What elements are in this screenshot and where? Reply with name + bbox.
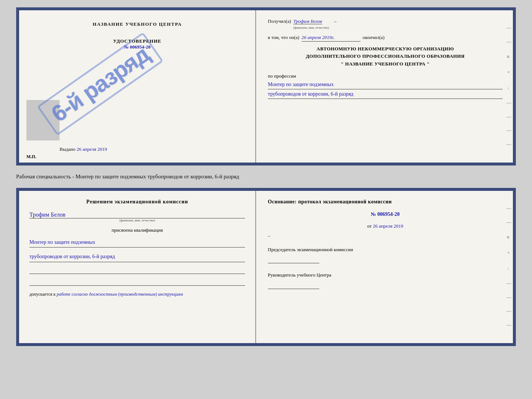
- profession-block: по профессии Монтер по защите подземных …: [268, 73, 503, 99]
- bottom-right-panel: Основание: протокол экзаменационной коми…: [256, 191, 513, 343]
- cert-right-panel: Получил(а) Трофим Белов (фамилия, имя, о…: [256, 10, 513, 163]
- edge-char-a: а: [506, 71, 511, 73]
- vydano-label: Выдано: [60, 146, 75, 152]
- chairman-sig-line: [268, 254, 319, 263]
- right-edge-decoration: И а ←: [505, 10, 513, 163]
- допуск-value: работе согласно должностным (производств…: [57, 292, 183, 297]
- okonchil-label: окончил(а): [363, 34, 385, 41]
- profession-line1: Монтер по защите подземных: [268, 80, 503, 89]
- edge-char-i: И: [506, 56, 511, 58]
- edge-line-5: [506, 131, 511, 131]
- bottom-right-edge-decoration: И а ←: [505, 191, 513, 343]
- profession-line2: трубопроводов от коррозии, 6-й разряд: [268, 89, 503, 99]
- osnov-title: Основание: протокол экзаменационной коми…: [268, 198, 503, 206]
- rukov-block: Руководитель учебного Центра: [268, 271, 503, 289]
- bottom-profession-line2: трубопроводов от коррозии, 6-й разряд: [29, 252, 245, 262]
- diagonal-stamp: 6-й разряд: [22, 7, 178, 165]
- edge-char-arrow: ←: [506, 86, 511, 90]
- допуск-label: допускается к: [29, 292, 55, 297]
- poluchil-line: Получил(а) Трофим Белов (фамилия, имя, о…: [268, 18, 503, 30]
- specialty-description: Рабочая специальность - Монтер по защите…: [16, 171, 516, 182]
- chairman-label: Председатель экзаменационной комиссии: [268, 246, 503, 253]
- stamp-text-value: 6-й разряд: [37, 32, 163, 136]
- ot-label: от: [367, 223, 372, 229]
- decision-title: Решением экзаменационной комиссии: [29, 198, 245, 206]
- cert-left-panel: НАЗВАНИЕ УЧЕБНОГО ЦЕНТРА 6-й разряд УДОС…: [19, 10, 256, 163]
- edge-line-3: [506, 103, 511, 103]
- bottom-left-panel: Решением экзаменационной комиссии Трофим…: [19, 191, 256, 343]
- po-professii-label: по профессии: [268, 73, 503, 79]
- rukov-label: Руководитель учебного Центра: [268, 271, 503, 279]
- bottom-profession-line1: Монтер по защите подземных: [29, 238, 245, 248]
- edge-line-2: [506, 42, 511, 42]
- fio-subtitle: (фамилия, имя, отчество): [293, 25, 329, 31]
- ot-value: 26 апреля 2019: [373, 223, 403, 229]
- vtom-line: в том, что он(а) 26 апреля 2019г. окончи…: [268, 34, 503, 42]
- b-edge-line-6: [506, 325, 511, 325]
- bottom-fio-value: Трофим Белов: [29, 211, 245, 218]
- top-certificate: НАЗВАНИЕ УЧЕБНОГО ЦЕНТРА 6-й разряд УДОС…: [16, 7, 516, 165]
- b-edge-line-5: [506, 311, 511, 311]
- fio-value: Трофим Белов: [293, 18, 322, 24]
- b-edge-char-i: И: [506, 236, 511, 239]
- dash1: –: [334, 18, 337, 25]
- edge-line-4: [506, 117, 511, 117]
- org-line3: " НАЗВАНИЕ УЧЕБНОГО ЦЕНТРА ": [268, 60, 503, 68]
- bottom-certificate: Решением экзаменационной комиссии Трофим…: [16, 188, 516, 346]
- допуск-line: допускается к работе согласно должностны…: [29, 292, 245, 297]
- b-edge-line-4: [506, 298, 511, 298]
- mp-label: М.П.: [26, 154, 36, 160]
- assigned-text: присвоена квалификация: [29, 227, 245, 233]
- b-edge-line-2: [506, 222, 511, 223]
- org-block: АВТОНОМНУЮ НЕКОММЕРЧЕСКУЮ ОРГАНИЗАЦИЮ ДО…: [268, 45, 503, 68]
- b-edge-line-3: [506, 284, 511, 284]
- bottom-fio-block: Трофим Белов (фамилия, имя, отчество): [29, 209, 245, 222]
- date-value: 26 апреля 2019г.: [302, 34, 360, 42]
- b-edge-char-a: а: [506, 252, 511, 253]
- b-edge-line-1: [506, 209, 511, 209]
- bottom-fio-sub: (фамилия, имя, отчество): [29, 218, 245, 222]
- blank-line-1: [29, 267, 245, 274]
- rukov-sig-line: [268, 280, 319, 289]
- edge-line-1: [506, 28, 511, 28]
- vtom-label: в том, что он(а): [268, 34, 299, 41]
- proto-date: от 26 апреля 2019: [268, 223, 503, 229]
- right-dash1: –: [268, 233, 503, 239]
- edge-line-6: [506, 145, 511, 145]
- blank-line-2: [29, 278, 245, 286]
- chairman-block: Председатель экзаменационной комиссии: [268, 246, 503, 264]
- org-line2: ДОПОЛНИТЕЛЬНОГО ПРОФЕССИОНАЛЬНОГО ОБРАЗО…: [268, 53, 503, 60]
- org-line1: АВТОНОМНУЮ НЕКОММЕРЧЕСКУЮ ОРГАНИЗАЦИЮ: [268, 45, 503, 53]
- poluchil-label: Получил(а): [268, 18, 291, 25]
- b-edge-char-arrow: ←: [506, 267, 511, 270]
- proto-number: № 006954-20: [268, 211, 503, 217]
